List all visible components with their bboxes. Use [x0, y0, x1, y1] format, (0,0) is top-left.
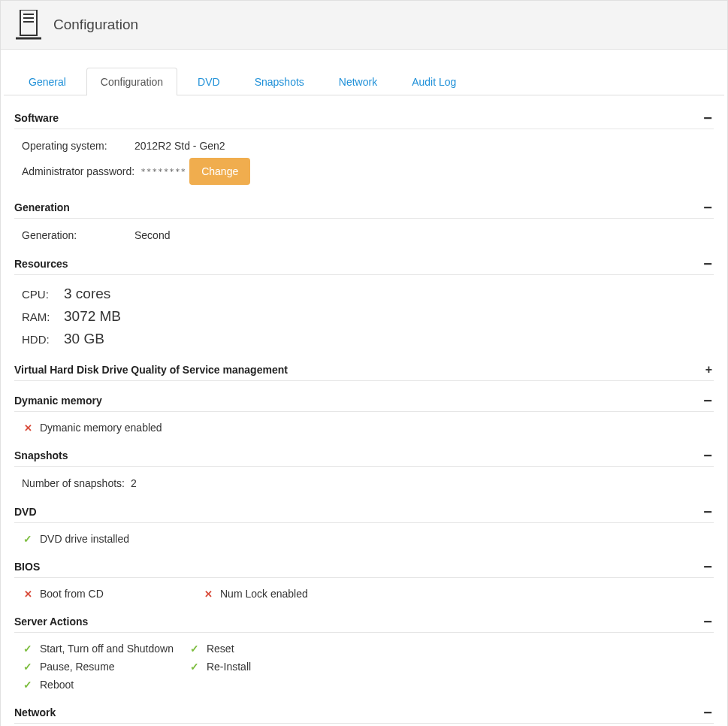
- collapse-toggle[interactable]: −: [702, 618, 714, 625]
- cpu-label: CPU:: [22, 288, 64, 301]
- section-vhd-qos: Virtual Hard Disk Drive Quality of Servi…: [14, 364, 714, 381]
- section-title: Resources: [14, 258, 68, 270]
- snapshots-count-value: 2: [131, 477, 137, 489]
- page-body: General Configuration DVD Snapshots Netw…: [0, 50, 728, 726]
- tab-general[interactable]: General: [14, 68, 80, 95]
- page-title: Configuration: [53, 17, 138, 33]
- section-title: Server Actions: [14, 616, 88, 628]
- section-generation: Generation − Generation: Second: [14, 201, 714, 244]
- section-dynamic-memory: Dymanic memory − ✕ Dymanic memory enable…: [14, 395, 714, 436]
- section-title: Generation: [14, 201, 70, 213]
- section-title: Software: [14, 112, 59, 124]
- dvd-installed-status: ✓ DVD drive installed: [22, 531, 714, 547]
- collapse-toggle[interactable]: −: [702, 114, 714, 122]
- server-icon: [16, 10, 41, 40]
- action-reboot: ✓ Reboot: [22, 676, 174, 693]
- collapse-toggle[interactable]: −: [702, 508, 714, 516]
- expand-toggle[interactable]: +: [704, 366, 714, 374]
- snapshots-count-label: Number of snapshots:: [22, 477, 131, 489]
- collapse-toggle[interactable]: −: [702, 260, 714, 268]
- section-server-actions: Server Actions − ✓ Start, Turn off and S…: [14, 616, 714, 693]
- os-label: Operating system:: [22, 140, 134, 152]
- check-icon: ✓: [189, 643, 201, 655]
- cross-icon: ✕: [202, 588, 214, 600]
- section-software: Software − Operating system: 2012R2 Std …: [14, 112, 714, 188]
- os-value: 2012R2 Std - Gen2: [134, 140, 225, 152]
- action-reinstall: ✓ Re-Install: [189, 658, 324, 675]
- bios-numlock-status: ✕ Num Lock enabled: [202, 585, 337, 602]
- section-title: BIOS: [14, 561, 40, 573]
- collapse-toggle[interactable]: −: [702, 397, 714, 404]
- ram-label: RAM:: [22, 310, 64, 323]
- generation-label: Generation:: [22, 229, 134, 241]
- tab-snapshots[interactable]: Snapshots: [240, 68, 319, 95]
- check-icon: ✓: [22, 533, 34, 545]
- action-start-shutdown: ✓ Start, Turn off and Shutdown: [22, 640, 174, 657]
- section-title: Network: [14, 706, 56, 718]
- collapse-toggle[interactable]: −: [702, 563, 714, 570]
- tab-network[interactable]: Network: [325, 68, 391, 95]
- cpu-value: 3 cores: [64, 286, 110, 302]
- hdd-value: 30 GB: [64, 331, 104, 347]
- tab-bar: General Configuration DVD Snapshots Netw…: [4, 50, 724, 95]
- collapse-toggle[interactable]: −: [702, 204, 714, 211]
- section-bios: BIOS − ✕ Boot from CD ✕ Num Lock enabled: [14, 561, 714, 602]
- generation-value: Second: [134, 229, 170, 241]
- section-title: DVD: [14, 506, 37, 518]
- tab-configuration[interactable]: Configuration: [86, 68, 177, 95]
- change-password-button[interactable]: Change: [189, 158, 250, 185]
- cross-icon: ✕: [22, 588, 34, 600]
- action-reset: ✓ Reset: [189, 640, 324, 657]
- bios-boot-cd-status: ✕ Boot from CD: [22, 585, 157, 602]
- collapse-toggle[interactable]: −: [702, 709, 714, 716]
- section-title: Virtual Hard Disk Drive Quality of Servi…: [14, 364, 288, 376]
- section-title: Snapshots: [14, 449, 68, 461]
- admin-password-label: Administrator password:: [22, 165, 140, 177]
- section-title: Dymanic memory: [14, 395, 102, 407]
- section-resources: Resources − CPU: 3 cores RAM: 3072 MB HD…: [14, 258, 714, 350]
- check-icon: ✓: [22, 679, 34, 691]
- admin-password-mask: ********: [140, 167, 189, 177]
- action-pause-resume: ✓ Pause, Resume: [22, 658, 174, 675]
- section-snapshots: Snapshots − Number of snapshots: 2: [14, 449, 714, 492]
- section-network: Network − ✓ External network enabled ✕ P…: [14, 706, 714, 726]
- hdd-label: HDD:: [22, 333, 64, 346]
- dynamic-memory-label: Dymanic memory enabled: [40, 422, 162, 434]
- tab-audit-log[interactable]: Audit Log: [397, 68, 470, 95]
- bios-numlock-label: Num Lock enabled: [220, 588, 308, 600]
- section-dvd: DVD − ✓ DVD drive installed: [14, 506, 714, 547]
- check-icon: ✓: [22, 661, 34, 673]
- page-header: Configuration: [0, 0, 728, 50]
- check-icon: ✓: [22, 643, 34, 655]
- dynamic-memory-status: ✕ Dymanic memory enabled: [22, 419, 714, 436]
- cross-icon: ✕: [22, 422, 34, 434]
- check-icon: ✓: [189, 661, 201, 673]
- ram-value: 3072 MB: [64, 308, 121, 325]
- collapse-toggle[interactable]: −: [702, 452, 714, 459]
- dvd-installed-label: DVD drive installed: [40, 533, 129, 545]
- bios-boot-cd-label: Boot from CD: [40, 588, 104, 600]
- tab-dvd[interactable]: DVD: [183, 68, 234, 95]
